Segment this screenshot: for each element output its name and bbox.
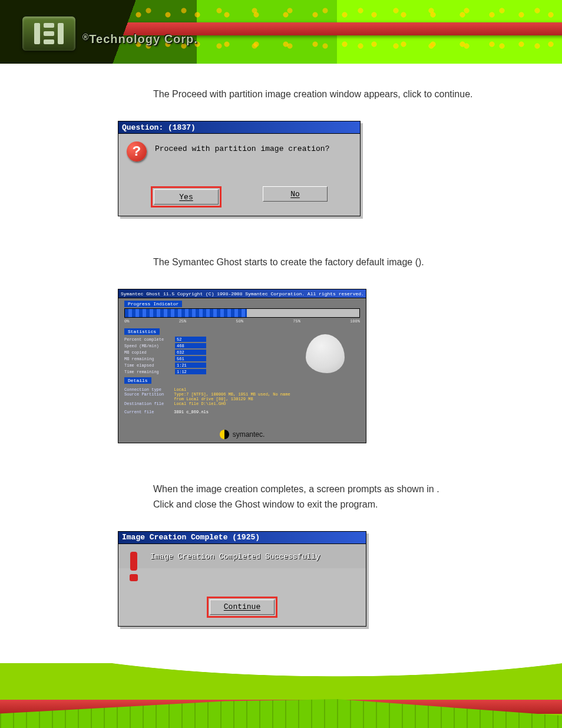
- iei-logo: [22, 17, 75, 51]
- question-icon: ?: [127, 141, 147, 167]
- progress-label: Progress Indicator: [124, 301, 182, 307]
- dialog-message: Image Creation Completed Successfully: [150, 552, 359, 561]
- symantec-brand: symantec.: [118, 430, 366, 439]
- dialog-title: Question: (1837): [118, 121, 360, 134]
- progress-fill: [125, 309, 247, 317]
- symantec-swirl-icon: [220, 430, 229, 439]
- yes-button[interactable]: Yes: [154, 189, 219, 205]
- no-button[interactable]: No: [263, 186, 328, 202]
- dialog-title: Image Creation Complete (1925): [118, 532, 366, 544]
- ghost-progress-window: Symantec Ghost 11.5 Copyright (C) 1998-2…: [118, 289, 366, 443]
- continue-highlight: Continue: [207, 597, 277, 618]
- step1-text: The Proceed with partition image creatio…: [153, 84, 530, 104]
- step3-line2: Click and close the Ghost window to exit…: [153, 494, 530, 515]
- step2-text: The Symantec Ghost starts to create the …: [153, 252, 530, 272]
- bottom-banner: [0, 663, 562, 728]
- details-label: Details: [124, 377, 151, 384]
- ghost-title: Symantec Ghost 11.5 Copyright (C) 1998-2…: [118, 289, 366, 298]
- progress-bar: [124, 308, 360, 318]
- continue-button[interactable]: Continue: [210, 599, 275, 615]
- exclamation-icon: [127, 552, 141, 581]
- proceed-dialog: Question: (1837) ? Proceed with partitio…: [118, 121, 361, 216]
- complete-dialog: Image Creation Complete (1925) Image Cre…: [118, 531, 366, 627]
- top-banner: ®Technology Corp.: [0, 0, 562, 64]
- progress-ticks: 0% 25% 50% 75% 100%: [124, 319, 360, 324]
- brand-text: ®Technology Corp.: [82, 32, 198, 46]
- stats-label: Statistics: [124, 328, 160, 335]
- yes-highlight: Yes: [151, 186, 222, 207]
- details-block: Connection type Local Source Partition T…: [124, 387, 360, 414]
- iei-logo-watermark: [0, 663, 77, 728]
- dialog-message: Proceed with partition image creation?: [155, 144, 353, 153]
